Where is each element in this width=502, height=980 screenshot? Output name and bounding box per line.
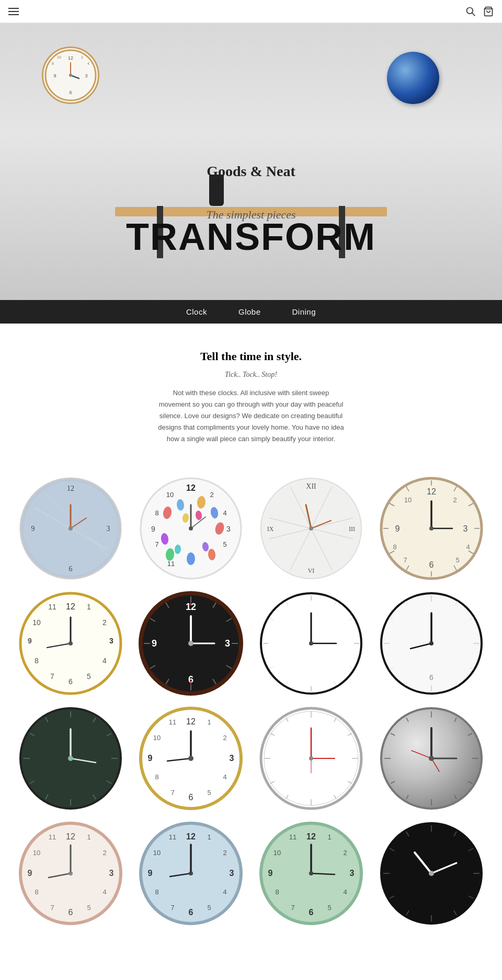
svg-text:8: 8 — [52, 62, 54, 65]
svg-text:6: 6 — [69, 90, 72, 95]
list-item[interactable]: 12 3 6 9 2 10 4 8 5 7 — [376, 476, 486, 581]
list-item[interactable]: 6 — [376, 591, 486, 696]
svg-text:5: 5 — [87, 904, 90, 912]
list-item[interactable]: XII III VI IX — [256, 476, 366, 581]
cart-icon[interactable] — [483, 6, 494, 17]
svg-text:11: 11 — [48, 603, 56, 611]
svg-text:5: 5 — [223, 540, 226, 548]
svg-point-64 — [309, 526, 313, 531]
svg-text:7: 7 — [50, 672, 54, 681]
svg-text:3: 3 — [230, 754, 234, 763]
svg-text:3: 3 — [85, 73, 87, 78]
svg-text:2: 2 — [102, 849, 106, 857]
svg-point-245 — [69, 871, 73, 875]
svg-text:7: 7 — [155, 540, 158, 548]
list-item[interactable]: 12 11 10 9 8 7 6 5 4 3 2 1 — [16, 821, 126, 926]
svg-text:8: 8 — [155, 509, 158, 517]
svg-text:9: 9 — [152, 638, 157, 649]
svg-text:11: 11 — [49, 833, 56, 841]
svg-text:2: 2 — [210, 491, 213, 499]
svg-text:10: 10 — [57, 55, 61, 59]
svg-text:9: 9 — [53, 73, 56, 78]
svg-text:8: 8 — [155, 773, 158, 781]
svg-text:5: 5 — [207, 904, 211, 912]
svg-point-125 — [190, 682, 192, 684]
svg-text:12: 12 — [66, 602, 75, 611]
nav-item-clock[interactable]: Clock — [186, 307, 207, 316]
svg-point-144 — [309, 641, 313, 645]
list-item[interactable]: 12 3 6 9 — [136, 591, 246, 696]
svg-text:10: 10 — [166, 491, 174, 499]
list-item[interactable] — [376, 706, 486, 811]
list-item[interactable]: 12 11 10 9 8 7 6 5 4 3 2 1 — [136, 706, 246, 811]
svg-text:9: 9 — [31, 525, 35, 533]
intro-section: Tell the time in style. Tick.. Tock.. St… — [0, 324, 502, 460]
svg-text:12: 12 — [186, 483, 196, 492]
svg-text:6: 6 — [69, 565, 73, 573]
list-item[interactable]: 12 3 6 9 — [16, 476, 126, 581]
svg-text:4: 4 — [223, 773, 226, 781]
nav-item-dining[interactable]: Dining — [292, 307, 316, 316]
svg-text:9: 9 — [151, 525, 155, 533]
svg-point-229 — [429, 756, 434, 761]
list-item[interactable] — [16, 706, 126, 811]
svg-text:4: 4 — [102, 656, 107, 665]
svg-point-193 — [188, 756, 193, 761]
svg-text:6: 6 — [309, 908, 314, 917]
list-item[interactable] — [256, 706, 366, 811]
svg-text:5: 5 — [87, 672, 91, 681]
svg-text:VI: VI — [308, 567, 315, 574]
list-item[interactable]: 12 11 10 9 8 7 6 5 4 3 2 1 — [16, 591, 126, 696]
svg-text:3: 3 — [226, 525, 231, 533]
nav-item-globe[interactable]: Globe — [238, 307, 261, 316]
intro-subtitle: Tick.. Tock.. Stop! — [10, 371, 492, 379]
nav-bar: Clock Globe Dining — [0, 300, 502, 324]
list-item[interactable]: 12 11 10 9 8 7 6 5 4 3 2 1 — [136, 821, 246, 926]
svg-text:8: 8 — [393, 543, 396, 551]
svg-text:7: 7 — [291, 904, 294, 912]
svg-text:5: 5 — [455, 556, 459, 564]
svg-text:8: 8 — [35, 888, 38, 896]
svg-text:6: 6 — [69, 908, 73, 917]
list-item[interactable] — [376, 821, 486, 926]
svg-text:7: 7 — [50, 904, 54, 912]
search-icon[interactable] — [465, 6, 476, 17]
svg-text:1: 1 — [207, 833, 211, 841]
svg-text:10: 10 — [153, 734, 161, 742]
svg-point-14 — [69, 74, 72, 77]
svg-text:3: 3 — [463, 524, 468, 533]
svg-text:4: 4 — [102, 888, 106, 896]
list-item[interactable] — [256, 591, 366, 696]
header-icons — [465, 6, 494, 17]
svg-text:9: 9 — [395, 524, 400, 533]
hero-wall-clock: 12 3 6 9 8 10 2 4 — [42, 47, 99, 104]
svg-text:4: 4 — [223, 888, 226, 896]
svg-point-35 — [187, 552, 195, 565]
svg-text:2: 2 — [81, 55, 83, 59]
list-item[interactable]: 12 3 9 10 2 8 4 7 5 11 — [136, 476, 246, 581]
svg-point-293 — [429, 871, 434, 876]
svg-text:8: 8 — [155, 888, 158, 896]
svg-text:12: 12 — [186, 832, 196, 841]
svg-text:9: 9 — [148, 869, 153, 878]
svg-text:12: 12 — [66, 832, 75, 841]
list-item[interactable]: 12 11 10 9 8 7 6 5 4 3 2 1 — [256, 821, 366, 926]
svg-text:3: 3 — [109, 637, 113, 645]
svg-text:4: 4 — [223, 509, 226, 517]
svg-text:6: 6 — [429, 560, 434, 569]
svg-line-1 — [472, 13, 475, 16]
svg-point-128 — [188, 641, 193, 646]
hero-globe-decoration — [387, 52, 439, 104]
svg-text:7: 7 — [170, 904, 174, 912]
menu-button[interactable] — [8, 8, 19, 15]
svg-text:10: 10 — [32, 618, 41, 627]
svg-text:9: 9 — [28, 869, 32, 878]
svg-text:2: 2 — [223, 849, 226, 857]
svg-text:5: 5 — [207, 789, 211, 797]
svg-text:1: 1 — [207, 718, 211, 726]
svg-text:7: 7 — [170, 789, 174, 797]
svg-text:5: 5 — [327, 904, 331, 912]
svg-point-211 — [309, 756, 313, 760]
svg-text:10: 10 — [33, 849, 40, 857]
svg-text:10: 10 — [404, 496, 412, 504]
